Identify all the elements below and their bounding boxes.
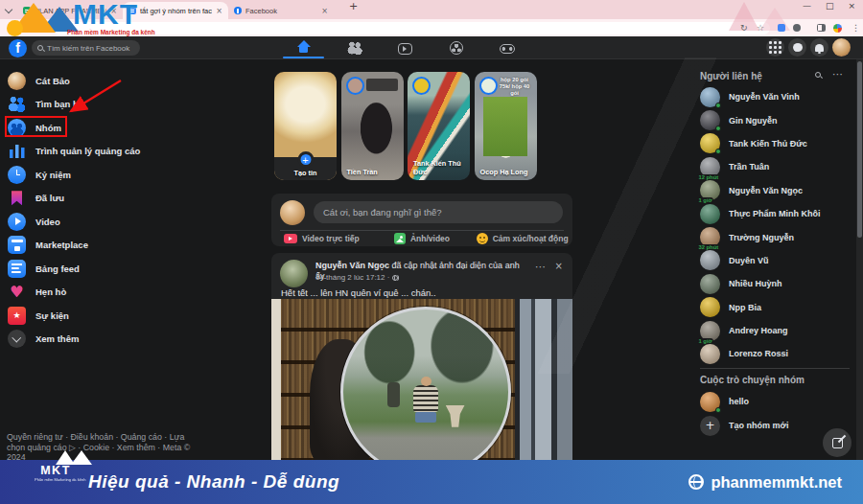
browser-tab[interactable]: tắt gợi ý nhóm trên facebook - × [123,2,228,19]
stories-row: + Tạo tin Tiền Trần Tank Kiến Thủ Đức hộ… [274,72,537,180]
sidebar-item-icon [8,236,26,254]
contact-name: Npp Bia [729,303,761,312]
composer-action-button[interactable]: Cảm xúc/hoạt động [472,231,572,246]
post-image[interactable] [271,299,572,460]
url-field[interactable] [53,22,770,34]
header-nav-tab[interactable] [278,36,329,58]
story-card[interactable]: Tiền Trần [341,72,404,180]
sidebar-item-icon [8,166,26,184]
sidebar-item-label: Xem thêm [35,333,79,344]
sidebar-item[interactable]: Cát Bảo [0,69,259,93]
browser-profile-avatar[interactable] [833,24,842,33]
contact-row[interactable]: Tank Kiến Thủ Đức [700,132,853,155]
contact-name: Nguyễn Văn Vinh [729,92,800,102]
window-close-button[interactable]: × [848,1,855,11]
header-nav-tab[interactable] [481,36,532,58]
contact-name: Trường Nguyễn [729,233,794,242]
window-minimize-button[interactable]: — [803,1,811,11]
create-story-plus-icon[interactable]: + [297,151,314,168]
sidebar-item[interactable]: Đã lưu [0,187,259,211]
create-group-label: Tạo nhóm mới [729,421,788,430]
contact-row[interactable]: 12 phút Trần Tuân [700,155,853,178]
contact-row[interactable]: 32 phút Trường Nguyễn [700,225,853,248]
contact-row[interactable]: Gin Nguyễn [700,108,853,131]
composer-action-button[interactable]: Ảnh/video [372,231,473,246]
contact-name: Nguyễn Văn Ngọc [729,186,803,195]
composer-action-label: Ảnh/video [410,234,450,243]
bookmark-star-icon[interactable]: ☆ [757,23,764,33]
window-maximize-button[interactable]: □ [826,1,834,11]
story-label: Tank Kiến Thủ Đức [413,160,467,176]
translate-icon[interactable]: ↻ [740,23,748,33]
contact-row[interactable]: Npp Bia [700,296,853,319]
tab-close-icon[interactable]: × [321,7,328,15]
sidebar-item[interactable]: Kỷ niệm [0,163,259,187]
sidebar-item-label: Marketplace [35,240,88,250]
browser-menu-icon[interactable]: ⋮ [851,23,860,33]
sidebar-item[interactable]: Bảng feed [0,257,259,281]
tab-search-chevron-icon[interactable] [5,6,12,13]
facebook-logo[interactable]: f [9,39,27,57]
contacts-options-icon[interactable]: ⋯ [832,71,843,79]
sidebar-item[interactable]: Hẹn hò [0,281,259,305]
messenger-icon[interactable] [788,38,806,57]
notifications-bell-icon[interactable] [810,38,828,57]
annotation-highlight-box [5,116,67,137]
story-card[interactable]: Tank Kiến Thủ Đức [408,72,470,180]
post-composer-card: Cát ơi, bạn đang nghĩ gì thế? Video trực… [271,194,572,246]
profile-avatar[interactable] [832,38,851,57]
sidebar-item[interactable]: Trình quản lý quảng cáo [0,140,259,164]
story-card[interactable]: hộp 20 gói 75k/ hộp 40 gói Ocop Hạ Long [475,72,537,180]
post-hide-icon[interactable]: × [555,261,563,271]
extension-icon[interactable] [793,24,801,32]
online-status-dot [715,149,721,154]
sidebar-item[interactable]: Tìm bạn bè [0,93,259,117]
contact-row[interactable]: Nhiều Huỳnh [700,272,853,295]
sidebar-item[interactable]: Video [0,210,259,234]
apps-menu-icon[interactable] [766,38,784,57]
group-chat-row[interactable]: hello [700,390,853,413]
banner-logo-tagline: Phần mềm Marketing đa kênh [35,477,77,482]
new-message-button[interactable] [823,428,851,457]
contact-row[interactable]: Duyên Vũ [700,249,853,272]
contact-avatar [700,297,720,317]
contact-row[interactable]: Lorenzo Rossi [700,342,853,365]
post-author-avatar[interactable] [280,260,308,287]
header-nav-tab[interactable] [329,36,380,58]
composer-avatar[interactable] [280,200,305,225]
contact-row[interactable]: Thực Phẩm Minh Khôi [700,202,853,225]
story-card[interactable]: + Tạo tin [274,72,337,180]
sidebar-item[interactable]: Marketplace [0,234,259,258]
browser-tabs: PLAN APP PHANMEMMKT.NET × tắt gợi ý nhóm… [17,2,334,19]
contact-row[interactable]: Nguyễn Văn Vinh [700,85,853,108]
sidebar-item-label: Đã lưu [35,193,64,203]
banner-site-url[interactable]: phanmemmkt.net [711,473,842,492]
feed-post-card: Nguyễn Văn Ngọc đã cập nhật ảnh đại diện… [271,253,572,460]
tab-close-icon[interactable]: × [110,7,117,15]
legal-footer-links[interactable]: Quyền riêng tư · Điều khoản · Quảng cáo … [7,432,195,463]
composer-input[interactable]: Cát ơi, bạn đang nghĩ gì thế? [314,201,563,223]
search-input[interactable]: Tìm kiếm trên Facebook [32,40,140,56]
online-status-dot [715,126,721,131]
sidebar-item[interactable]: Sự kiện [0,304,259,328]
composer-action-icon [284,234,297,243]
scrollbar-thumb[interactable] [857,61,862,238]
sidebar-item[interactable]: Xem thêm [0,328,259,352]
side-panel-icon[interactable] [817,24,826,32]
extension-icon[interactable] [778,24,785,32]
globe-icon [688,474,704,490]
contacts-search-icon[interactable] [815,72,821,78]
composer-action-button[interactable]: Video trực tiếp [271,231,372,246]
post-author-name[interactable]: Nguyễn Văn Ngọc [315,261,389,270]
header-nav-tab[interactable] [380,36,431,58]
search-icon [37,45,43,51]
browser-tab[interactable]: PLAN APP PHANMEMMKT.NET × [17,2,123,19]
post-timestamp[interactable]: 14 tháng 2 lúc 17:12 · [315,273,389,282]
post-options-icon[interactable]: ⋯ [535,261,546,273]
header-nav-tab[interactable] [431,36,481,58]
contact-row[interactable]: 1 giờ Nguyễn Văn Ngọc [700,179,853,202]
new-tab-button[interactable]: + [349,0,358,12]
tab-close-icon[interactable]: × [216,7,222,15]
contact-row[interactable]: 1 giờ Andrey Hoang [700,319,853,342]
browser-tab[interactable]: Facebook × [228,2,334,19]
